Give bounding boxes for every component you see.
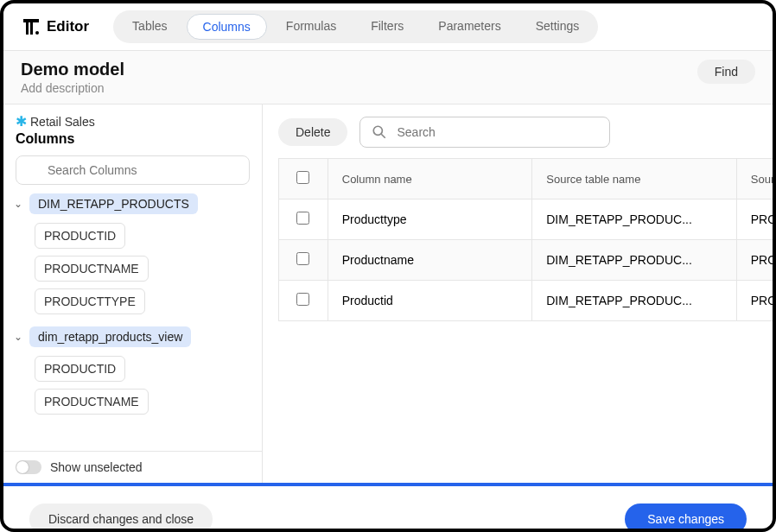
model-info: Demo model Add description (21, 60, 124, 95)
cell-source-table: DIM_RETAPP_PRODUC... (532, 240, 737, 281)
tab-parameters[interactable]: Parameters (423, 14, 516, 40)
sidebar-search-container (3, 155, 262, 193)
table-row: Producttype DIM_RETAPP_PRODUC... PRODUCT… (279, 200, 773, 240)
columns-table: Column name Source table name Source col… (278, 158, 773, 321)
search-icon (372, 124, 387, 140)
chevron-down-icon: ⌄ (14, 198, 24, 210)
cell-source-column: PRODUCTNAME (736, 240, 773, 281)
svg-rect-0 (23, 19, 39, 22)
svg-point-6 (374, 126, 383, 135)
content-controls: Delete (278, 117, 773, 148)
sidebar-search-input[interactable] (16, 155, 250, 185)
delete-button[interactable]: Delete (278, 118, 347, 146)
main-area: ✱ Retail Sales Columns ⌄ DIM_RETAPP_PROD… (3, 104, 773, 483)
sidebar-footer: Show unselected (3, 451, 262, 483)
svg-rect-1 (26, 22, 29, 35)
chevron-down-icon: ⌄ (14, 331, 24, 343)
app-logo-icon (21, 16, 41, 37)
connection-name: Retail Sales (30, 115, 95, 129)
svg-rect-2 (30, 22, 33, 35)
tree-leaf[interactable]: PRODUCTID (35, 223, 125, 249)
tree-leaf[interactable]: PRODUCTNAME (35, 256, 149, 282)
svg-point-3 (35, 31, 39, 35)
cell-source-column: PRODUCTID (736, 281, 773, 321)
sidebar-header: ✱ Retail Sales Columns (3, 104, 262, 155)
tree-group-header[interactable]: ⌄ DIM_RETAPP_PRODUCTS (14, 193, 251, 214)
app-logo: Editor (21, 16, 103, 37)
columns-table-wrap: Column name Source table name Source col… (278, 158, 773, 321)
snowflake-icon: ✱ (16, 113, 27, 130)
row-checkbox[interactable] (296, 212, 309, 225)
th-column-name[interactable]: Column name (328, 159, 532, 200)
top-header: Editor Tables Columns Formulas Filters P… (3, 3, 773, 51)
tree-group-name: dim_retapp_products_view (29, 326, 191, 347)
cell-column-name[interactable]: Productid (328, 281, 532, 321)
table-header-row: Column name Source table name Source col… (279, 159, 773, 200)
select-all-checkbox[interactable] (296, 171, 309, 184)
tab-tables[interactable]: Tables (117, 14, 182, 40)
select-all-cell (279, 159, 328, 200)
tab-settings[interactable]: Settings (520, 14, 595, 40)
model-description[interactable]: Add description (21, 81, 124, 95)
table-row: Productname DIM_RETAPP_PRODUC... PRODUCT… (279, 240, 773, 281)
discard-button[interactable]: Discard changes and close (29, 504, 213, 532)
sidebar: ✱ Retail Sales Columns ⌄ DIM_RETAPP_PROD… (3, 104, 263, 483)
nav-tabs: Tables Columns Formulas Filters Paramete… (113, 10, 598, 43)
svg-line-7 (382, 134, 386, 138)
subheader: Demo model Add description Find (3, 51, 773, 104)
find-button[interactable]: Find (697, 60, 755, 84)
th-source-column[interactable]: Source column name (736, 159, 773, 200)
sidebar-section-title: Columns (16, 131, 250, 147)
cell-column-name[interactable]: Productname (328, 240, 532, 281)
cell-source-table: DIM_RETAPP_PRODUC... (532, 281, 737, 321)
cell-source-table: DIM_RETAPP_PRODUC... (532, 200, 737, 240)
model-title: Demo model (21, 60, 124, 79)
footer: Discard changes and close Save changes (3, 486, 773, 532)
column-tree: ⌄ DIM_RETAPP_PRODUCTS PRODUCTID PRODUCTN… (3, 193, 262, 451)
row-checkbox[interactable] (296, 252, 309, 265)
tab-formulas[interactable]: Formulas (270, 14, 352, 40)
row-checkbox[interactable] (296, 293, 309, 306)
content-search-input[interactable] (359, 117, 610, 148)
tree-group: ⌄ DIM_RETAPP_PRODUCTS PRODUCTID PRODUCTN… (14, 193, 251, 314)
show-unselected-toggle[interactable] (16, 460, 41, 474)
toggle-label: Show unselected (50, 460, 143, 474)
save-button[interactable]: Save changes (625, 504, 747, 532)
tab-filters[interactable]: Filters (355, 14, 419, 40)
tree-group-header[interactable]: ⌄ dim_retapp_products_view (14, 326, 251, 347)
th-source-table[interactable]: Source table name (532, 159, 737, 200)
tree-group-name: DIM_RETAPP_PRODUCTS (29, 193, 198, 214)
tab-columns[interactable]: Columns (187, 14, 267, 40)
connection-label: ✱ Retail Sales (16, 113, 250, 130)
cell-source-column: PRODUCTTYPE (736, 200, 773, 240)
tree-leaf[interactable]: PRODUCTTYPE (35, 288, 145, 314)
tree-group: ⌄ dim_retapp_products_view PRODUCTID PRO… (14, 326, 251, 415)
cell-column-name[interactable]: Producttype (328, 200, 532, 240)
tree-leaf[interactable]: PRODUCTNAME (35, 389, 149, 415)
table-row: Productid DIM_RETAPP_PRODUC... PRODUCTID (279, 281, 773, 321)
content-panel: Delete Column name Source table name Sou… (263, 104, 773, 483)
tree-leaf[interactable]: PRODUCTID (35, 356, 125, 382)
app-title: Editor (47, 18, 89, 35)
